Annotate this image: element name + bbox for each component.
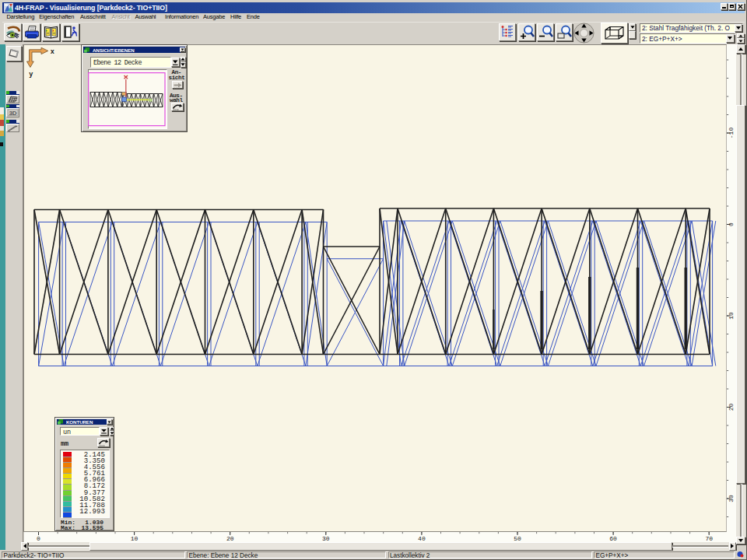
svg-text:x: x <box>51 48 54 56</box>
svg-text:60: 60 <box>609 535 617 542</box>
svg-text:-10: -10 <box>728 128 735 139</box>
svg-text:70: 70 <box>705 535 713 542</box>
svg-text:y: y <box>29 71 33 79</box>
svg-text:10: 10 <box>130 535 138 542</box>
svg-text:20: 20 <box>728 404 735 411</box>
svg-text:50: 50 <box>514 535 521 542</box>
svg-text:40: 40 <box>418 535 426 542</box>
svg-text:10: 10 <box>728 312 735 320</box>
svg-text:20: 20 <box>226 535 233 542</box>
svg-text:0: 0 <box>728 222 735 226</box>
svg-text:0: 0 <box>37 535 40 542</box>
svg-text:30: 30 <box>321 535 329 542</box>
svg-text:30: 30 <box>728 495 735 502</box>
svg-text:3D: 3D <box>9 110 16 117</box>
